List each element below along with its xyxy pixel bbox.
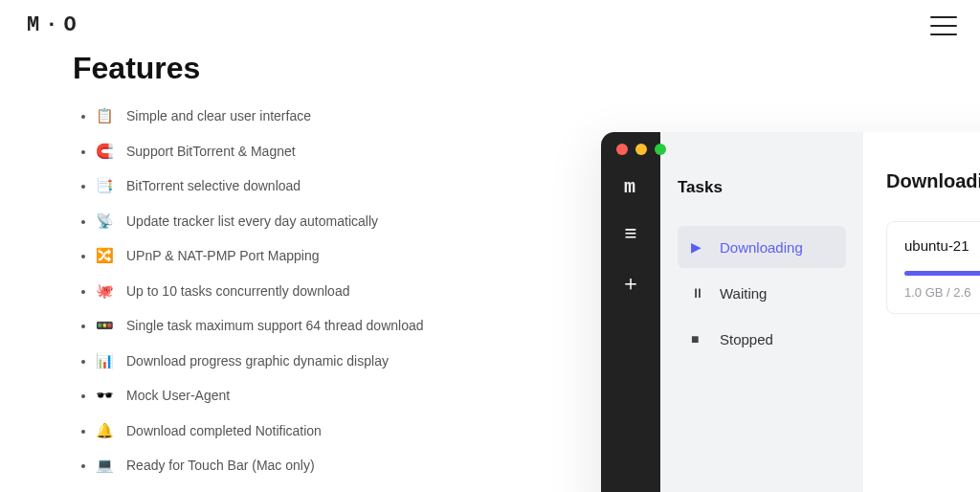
feature-icon: 🐙 (96, 282, 113, 300)
feature-icon: 🕶️ (96, 387, 113, 404)
feature-icon: 🚥 (96, 317, 113, 334)
minimize-icon[interactable] (635, 144, 647, 155)
window-controls (616, 144, 666, 155)
feature-text: Ready for Touch Bar (Mac only) (126, 458, 315, 473)
topbar: M·O (0, 0, 980, 45)
close-icon[interactable] (616, 144, 628, 155)
pause-icon: ⏸ (691, 285, 706, 301)
download-filename: ubuntu-21 (904, 237, 980, 254)
feature-text: Download completed Notification (126, 423, 322, 438)
feature-icon: 🔀 (96, 247, 113, 264)
task-filter-label: Waiting (720, 285, 767, 302)
feature-text: Update tracker list every day automatica… (126, 213, 378, 229)
feature-text: Mock User-Agent (126, 388, 230, 403)
feature-icon: 📑 (96, 177, 113, 194)
feature-text: Up to 10 tasks concurrently download (126, 283, 349, 299)
feature-icon: 📋 (96, 107, 113, 124)
main-panel-title: Downloading (886, 170, 980, 192)
app-screenshot: m ≡ ＋ Tasks ▶ Downloading ⏸ Waiting ■ St… (601, 132, 980, 492)
feature-icon: 📊 (96, 352, 113, 369)
feature-text: Single task maximum support 64 thread do… (126, 318, 424, 333)
feature-text: Download progress graphic dynamic displa… (126, 353, 389, 369)
progress-bar (904, 271, 980, 276)
task-filter-label: Downloading (720, 239, 803, 256)
feature-icon: 📡 (96, 212, 113, 230)
tasks-title: Tasks (678, 178, 846, 197)
feature-text: UPnP & NAT-PMP Port Mapping (126, 248, 320, 263)
feature-icon: 🔔 (96, 422, 113, 439)
app-logo-icon[interactable]: m (624, 176, 637, 198)
maximize-icon[interactable] (655, 144, 666, 155)
tasks-list-icon[interactable]: ≡ (625, 221, 637, 246)
play-icon: ▶ (691, 239, 706, 255)
download-card[interactable]: ubuntu-21 1.0 GB / 2.6 (886, 221, 980, 314)
task-filter-label: Stopped (720, 331, 773, 347)
menu-hamburger-icon[interactable] (930, 16, 957, 35)
feature-text: Simple and clear user interface (126, 108, 311, 123)
download-size-meta: 1.0 GB / 2.6 (904, 285, 980, 300)
page-title: Features (73, 51, 980, 86)
feature-item: 📋Simple and clear user interface (96, 107, 980, 124)
task-filter-downloading[interactable]: ▶ Downloading (678, 226, 846, 268)
feature-text: BitTorrent selective download (126, 178, 301, 193)
feature-icon: 🧲 (96, 143, 113, 160)
tasks-panel: Tasks ▶ Downloading ⏸ Waiting ■ Stopped (660, 132, 863, 492)
task-filter-waiting[interactable]: ⏸ Waiting (678, 272, 846, 314)
add-task-icon[interactable]: ＋ (620, 269, 641, 298)
site-logo[interactable]: M·O (27, 13, 82, 37)
stop-icon: ■ (691, 331, 706, 347)
feature-icon: 💻 (96, 457, 113, 474)
task-filter-stopped[interactable]: ■ Stopped (678, 318, 846, 360)
feature-text: Support BitTorrent & Magnet (126, 144, 296, 159)
app-rail: m ≡ ＋ (601, 132, 660, 492)
main-panel: Downloading ubuntu-21 1.0 GB / 2.6 (863, 132, 980, 492)
